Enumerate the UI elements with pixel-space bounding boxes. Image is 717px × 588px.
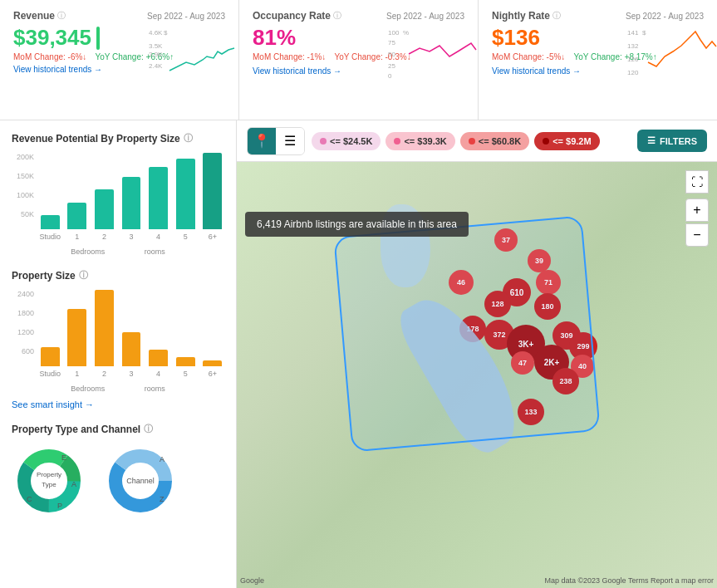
- map-controls: 📍 ☰ <= $24.5K <= $39.3K <= $60.8K: [237, 120, 717, 162]
- svg-text:4.6K: 4.6K: [149, 29, 163, 37]
- chip-dot-9m: [543, 138, 549, 145]
- svg-text:132: 132: [627, 42, 639, 50]
- svg-text:A: A: [71, 480, 76, 488]
- occupancy-mom: MoM Change: -1%↓: [253, 52, 326, 61]
- revenue-sparkline: 4.6K 3.5K 2.9K 2.4K $: [149, 25, 232, 83]
- revenue-by-size-info: ⓘ: [184, 132, 193, 145]
- svg-text:Type: Type: [42, 481, 56, 488]
- map-boundary: [333, 215, 601, 452]
- price-chip-24k[interactable]: <= $24.5K: [312, 132, 381, 150]
- nightly-info-icon: ⓘ: [552, 10, 561, 22]
- see-insight-link[interactable]: See smart insight →: [12, 399, 224, 409]
- nightly-sparkline: 141 132 126 120 $: [627, 25, 710, 83]
- map-pin-view-btn[interactable]: 📍: [248, 128, 276, 154]
- revenue-value: $39,345: [13, 25, 91, 51]
- occupancy-sparkline: 100 75 50 25 0 %: [388, 25, 471, 83]
- zoom-out-button[interactable]: −: [685, 223, 709, 247]
- channel-donut: Channel A Z: [103, 443, 178, 518]
- map-controls-right: ⛶ + −: [685, 170, 709, 247]
- ptc-info: ⓘ: [144, 423, 153, 435]
- price-chip-9m[interactable]: <= $9.2M: [534, 132, 599, 150]
- svg-text:$: $: [642, 29, 646, 37]
- nightly-value: $136: [492, 25, 540, 51]
- channel-donut-svg: Channel A Z: [103, 443, 178, 518]
- occupancy-date: Sep 2022 - Aug 2023: [386, 12, 464, 21]
- svg-text:25: 25: [388, 62, 395, 70]
- map-view-toggle[interactable]: 📍 ☰: [247, 127, 305, 155]
- svg-text:Z: Z: [160, 495, 165, 503]
- svg-text:75: 75: [388, 39, 395, 47]
- svg-text:Property: Property: [37, 471, 61, 478]
- google-logo: Google: [240, 576, 264, 585]
- svg-text:C: C: [27, 495, 32, 503]
- property-size-title: Property Size: [12, 270, 76, 282]
- nightly-title: Nightly Rate: [492, 10, 550, 22]
- map-background[interactable]: 6,419 Airbnb listings are available in t…: [237, 162, 717, 588]
- revenue-date: Sep 2022 - Aug 2023: [147, 12, 225, 21]
- svg-text:2.9K: 2.9K: [149, 51, 163, 58]
- revenue-info-icon: ⓘ: [57, 10, 66, 22]
- sidebar: Revenue Potential By Property Size ⓘ 200…: [0, 120, 237, 588]
- filters-icon: ☰: [647, 135, 656, 146]
- property-size-info: ⓘ: [79, 269, 88, 282]
- chip-dot-60k: [469, 138, 475, 145]
- revenue-by-size-title: Revenue Potential By Property Size: [12, 133, 180, 145]
- nightly-date: Sep 2022 - Aug 2023: [626, 12, 704, 21]
- occupancy-header: Occupancy Rate ⓘ Sep 2022 - Aug 2023: [253, 10, 464, 22]
- svg-text:126: 126: [627, 56, 639, 63]
- svg-text:2.4K: 2.4K: [149, 62, 163, 70]
- filters-button[interactable]: ☰ FILTERS: [637, 130, 707, 152]
- svg-text:P: P: [57, 502, 62, 510]
- property-size-chart: 2400 1800 1200 600 Studio: [12, 290, 224, 381]
- svg-text:0: 0: [388, 72, 392, 80]
- revenue-bar-indicator: [96, 27, 100, 50]
- occupancy-card: Occupancy Rate ⓘ Sep 2022 - Aug 2023 81%…: [239, 0, 479, 120]
- zoom-in-button[interactable]: +: [685, 198, 709, 222]
- price-chip-60k[interactable]: <= $60.8K: [460, 132, 529, 150]
- svg-text:50: 50: [388, 51, 395, 58]
- svg-text:3.5K: 3.5K: [149, 42, 163, 50]
- map-footer-text: Map data ©2023 Google Terms Report a map…: [544, 576, 714, 585]
- svg-text:E: E: [61, 453, 66, 462]
- svg-text:$: $: [164, 29, 168, 37]
- nightly-trends-link[interactable]: View historical trends →: [492, 66, 581, 76]
- property-type-donut: Property Type E A P C: [12, 443, 86, 518]
- price-filter-chips: <= $24.5K <= $39.3K <= $60.8K <= $9.2M: [312, 132, 631, 150]
- revenue-header: Revenue ⓘ Sep 2022 - Aug 2023: [13, 10, 225, 22]
- svg-text:100: 100: [388, 29, 400, 37]
- svg-text:%: %: [403, 29, 409, 37]
- fullscreen-button[interactable]: ⛶: [685, 170, 709, 194]
- nightly-rate-card: Nightly Rate ⓘ Sep 2022 - Aug 2023 $136 …: [479, 0, 717, 120]
- map-area: 📍 ☰ <= $24.5K <= $39.3K <= $60.8K: [237, 120, 717, 588]
- occupancy-value: 81%: [253, 25, 296, 51]
- revenue-by-size-section: Revenue Potential By Property Size ⓘ 200…: [12, 132, 224, 256]
- occupancy-title: Occupancy Rate: [253, 10, 331, 22]
- svg-text:120: 120: [627, 69, 639, 76]
- chip-dot-39k: [394, 138, 400, 145]
- price-chip-39k[interactable]: <= $39.3K: [386, 132, 454, 150]
- property-type-channel-title: Property Type and Channel: [12, 424, 140, 435]
- main-content: Revenue Potential By Property Size ⓘ 200…: [0, 120, 717, 588]
- svg-text:Channel: Channel: [126, 477, 155, 485]
- revenue-card: Revenue ⓘ Sep 2022 - Aug 2023 $39,345 Mo…: [0, 0, 239, 120]
- svg-text:A: A: [160, 455, 165, 463]
- revenue-mom: MoM Change: -6%↓: [13, 52, 86, 61]
- svg-text:141: 141: [627, 29, 639, 37]
- map-notification: 6,419 Airbnb listings are available in t…: [245, 212, 469, 237]
- metrics-row: Revenue ⓘ Sep 2022 - Aug 2023 $39,345 Mo…: [0, 0, 717, 120]
- map-list-view-btn[interactable]: ☰: [276, 128, 304, 154]
- property-type-donut-svg: Property Type E A P C: [12, 443, 86, 518]
- revenue-by-size-chart: 200K 150K 100K 50K Studio: [12, 153, 224, 244]
- revenue-title: Revenue: [13, 10, 55, 22]
- nightly-header: Nightly Rate ⓘ Sep 2022 - Aug 2023: [492, 10, 704, 22]
- property-size-section: Property Size ⓘ 2400 1800 1200 600: [12, 269, 224, 409]
- nightly-mom: MoM Change: -5%↓: [492, 52, 565, 61]
- chip-dot-24k: [320, 138, 327, 145]
- occupancy-trends-link[interactable]: View historical trends →: [253, 66, 341, 76]
- occupancy-info-icon: ⓘ: [333, 10, 341, 22]
- property-type-channel-section: Property Type and Channel ⓘ Property Typ…: [12, 423, 224, 518]
